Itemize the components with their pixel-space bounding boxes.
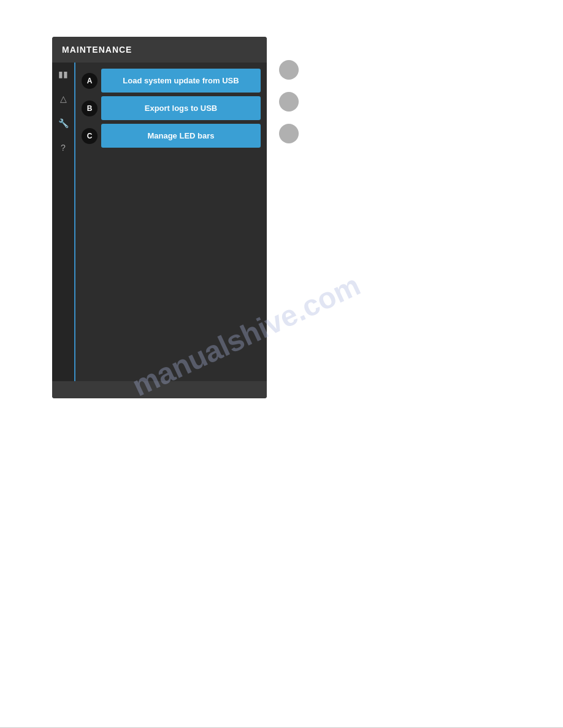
sidebar: ▮▮ △ 🔧 ? [52,63,75,381]
button-row-b: B Export logs to USB [82,96,261,120]
step-circle-1 [279,60,299,80]
manage-led-button[interactable]: Manage LED bars [101,124,261,148]
button-row-a: A Load system update from USB [82,69,261,93]
sidebar-icon-warning[interactable]: △ [56,92,70,105]
badge-a: A [82,73,98,89]
export-logs-button[interactable]: Export logs to USB [101,96,261,120]
badge-b: B [82,100,98,116]
page: MAINTENANCE ▮▮ △ 🔧 ? [0,0,563,728]
sidebar-icon-help[interactable]: ? [56,141,70,154]
sidebar-icon-wrench[interactable]: 🔧 [56,116,70,130]
panel-header: MAINTENANCE [52,37,267,63]
panel-body: ▮▮ △ 🔧 ? A Load system update from USB [52,63,267,381]
badge-c: C [82,128,98,144]
load-update-button[interactable]: Load system update from USB [101,69,261,93]
panel-title: MAINTENANCE [62,45,132,55]
step-circle-3 [279,124,299,143]
wrench-icon: 🔧 [58,118,69,128]
content-area: A Load system update from USB B Export l… [75,63,267,381]
help-icon: ? [61,143,66,153]
button-row-c: C Manage LED bars [82,124,261,148]
maintenance-panel: MAINTENANCE ▮▮ △ 🔧 ? [52,37,267,398]
warning-icon: △ [60,94,67,104]
bars-icon: ▮▮ [58,69,68,79]
sidebar-icon-bars[interactable]: ▮▮ [56,67,70,81]
step-labels [279,60,299,143]
panel-bottom-bar [52,381,267,398]
step-circle-2 [279,92,299,112]
